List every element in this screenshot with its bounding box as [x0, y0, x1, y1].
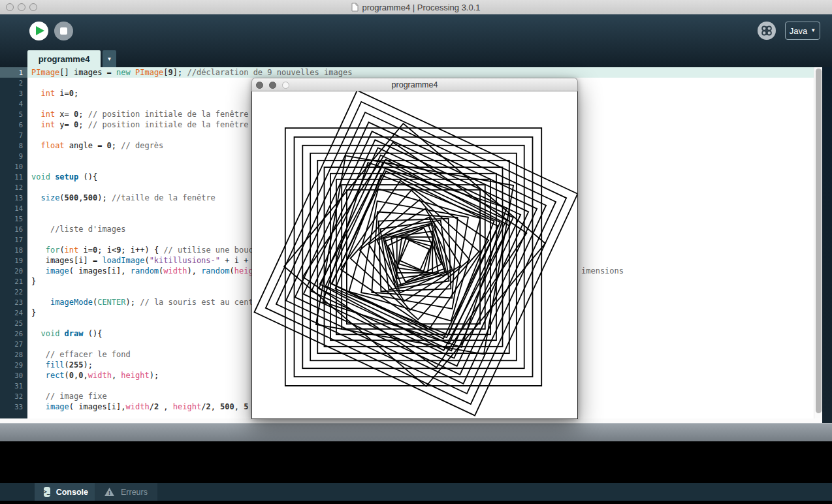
- code-line: image( images[i],width/2 , height/2, 500…: [31, 402, 248, 412]
- line-number: 25: [0, 318, 24, 328]
- vertical-scrollbar-thumb[interactable]: [816, 69, 822, 413]
- line-number: 26: [0, 328, 24, 339]
- line-number: 15: [0, 213, 24, 224]
- code-line: int i=0;: [31, 88, 78, 99]
- line-number: 24: [0, 307, 24, 318]
- code-overflow-fragment: imensions: [581, 266, 624, 276]
- code-line: void setup (){: [31, 172, 97, 182]
- sketch-minimize-button[interactable]: [269, 82, 276, 89]
- line-number: 29: [0, 360, 24, 370]
- line-number: 3: [0, 88, 24, 99]
- code-line: image( images[i], random(width), random(…: [31, 266, 253, 276]
- code-line: }: [31, 307, 36, 318]
- footer-tab-bar: >_ Console ! Erreurs: [0, 483, 832, 501]
- line-number: 7: [0, 130, 24, 140]
- sketch-window-title-bar[interactable]: programme4: [251, 78, 578, 91]
- line-number: 17: [0, 234, 24, 245]
- sketch-window[interactable]: programme4: [251, 78, 578, 419]
- line-number: 20: [0, 266, 24, 276]
- os-title-bar[interactable]: programme4 | Processing 3.0.1: [0, 0, 832, 15]
- line-number: 9: [0, 151, 24, 161]
- code-line: imageMode(CENTER); // la souris est au c…: [31, 297, 253, 307]
- document-icon: [351, 3, 359, 12]
- line-number: 22: [0, 287, 24, 297]
- ide-toolbar: Java ▼ programme4 ▼: [0, 14, 832, 67]
- code-line: int y= 0; // position initiale de la fen…: [31, 119, 248, 130]
- line-number: 1: [0, 67, 27, 78]
- line-number: 8: [0, 140, 24, 151]
- caret-down-icon: ▼: [107, 56, 112, 62]
- debug-button[interactable]: [758, 22, 776, 40]
- chevron-down-icon: ▼: [810, 28, 816, 33]
- tab-menu-button[interactable]: ▼: [103, 50, 116, 67]
- line-number: 32: [0, 391, 24, 402]
- code-line: void draw (){: [31, 328, 102, 339]
- code-line: //liste d'images: [31, 224, 126, 234]
- code-line: for(int i=0; i<9; i++) { // utilise une …: [31, 245, 253, 255]
- code-line: images[i] = loadImage("kitillusions-" + …: [31, 255, 253, 266]
- svg-text:!: !: [108, 490, 110, 496]
- code-line: // effacer le fond: [31, 349, 131, 360]
- vertical-scrollbar-track[interactable]: [814, 67, 822, 418]
- code-line: fill(255);: [31, 360, 93, 370]
- sketch-close-button[interactable]: [256, 82, 263, 89]
- editor-right-margin: [822, 67, 832, 423]
- line-number-gutter: 1234567891011121314151617181920212223242…: [0, 67, 27, 418]
- line-number: 18: [0, 245, 24, 255]
- line-number: 14: [0, 203, 24, 213]
- run-button[interactable]: [29, 22, 48, 40]
- sketch-pattern: [252, 91, 577, 418]
- tab-console[interactable]: >_ Console: [35, 483, 95, 501]
- line-number: 23: [0, 297, 24, 307]
- stop-button[interactable]: [54, 22, 73, 40]
- mode-label: Java: [790, 26, 807, 36]
- console-output-area[interactable]: [0, 441, 832, 483]
- line-number: 2: [0, 78, 24, 88]
- line-number: 30: [0, 370, 24, 381]
- line-number: 33: [0, 402, 24, 412]
- warning-triangle-icon: !: [104, 487, 115, 497]
- line-number: 11: [0, 172, 24, 182]
- code-line: float angle = 0; // degrès: [31, 140, 163, 151]
- stop-icon: [60, 27, 67, 35]
- processing-ide-window: programme4 | Processing 3.0.1 Java ▼ pro…: [0, 0, 832, 504]
- play-icon: [36, 26, 44, 35]
- debug-butterfly-icon: [758, 22, 776, 40]
- errors-tab-label: Erreurs: [121, 488, 148, 497]
- mode-selector-button[interactable]: Java ▼: [785, 22, 820, 40]
- line-number: 21: [0, 276, 24, 287]
- line-number: 13: [0, 193, 24, 203]
- line-number: 28: [0, 349, 24, 360]
- terminal-icon: >_: [44, 487, 50, 497]
- message-status-bar: [0, 423, 832, 441]
- line-number: 12: [0, 182, 24, 193]
- code-line: int x= 0; // position initiale de la fen…: [31, 109, 248, 119]
- console-tab-label: Console: [56, 488, 88, 497]
- line-number: 10: [0, 161, 24, 172]
- window-title-text: programme4 | Processing 3.0.1: [362, 3, 480, 12]
- window-title: programme4 | Processing 3.0.1: [0, 0, 832, 14]
- horizontal-scrollbar-track[interactable]: [0, 418, 822, 423]
- sketch-canvas: [251, 91, 578, 419]
- code-line: PImage[] images = new PImage[9]; //décla…: [31, 67, 352, 78]
- line-number: 4: [0, 99, 24, 109]
- line-number: 5: [0, 109, 24, 119]
- tab-errors[interactable]: ! Erreurs: [95, 483, 157, 501]
- line-number: 31: [0, 381, 24, 391]
- code-line: rect(0,0,width, height);: [31, 370, 159, 381]
- tab-label: programme4: [39, 54, 90, 64]
- code-line: // image fixe: [31, 391, 107, 402]
- line-number: 6: [0, 119, 24, 130]
- line-number: 19: [0, 255, 24, 266]
- line-number: 27: [0, 339, 24, 349]
- code-line: size(500,500); //taille de la fenêtre: [31, 193, 216, 203]
- sketch-zoom-button[interactable]: [282, 82, 289, 89]
- line-number: 16: [0, 224, 24, 234]
- sketch-window-title: programme4: [392, 80, 438, 89]
- code-line: }: [31, 276, 36, 287]
- tab-programme4[interactable]: programme4: [27, 50, 101, 67]
